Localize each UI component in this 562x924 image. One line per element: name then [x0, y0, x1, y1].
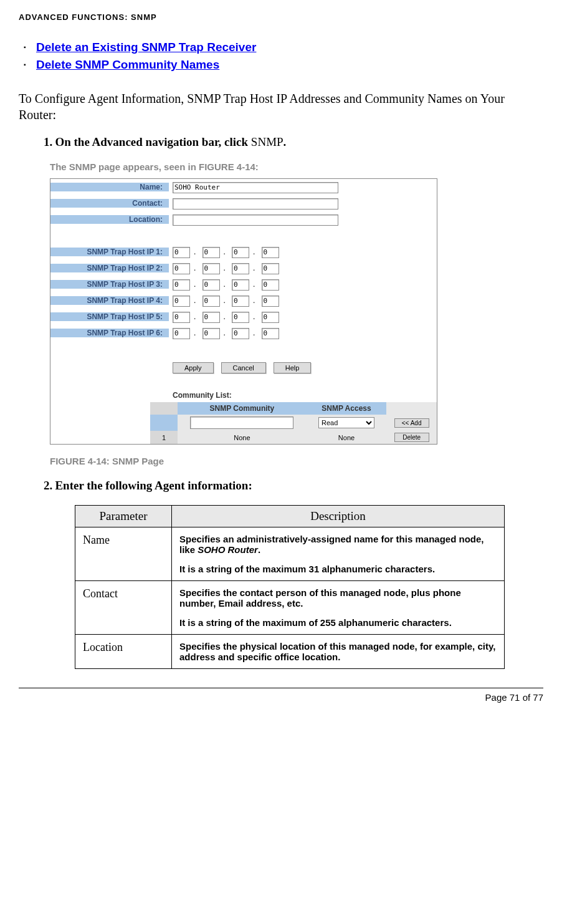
param-name-desc: Specifies an administratively-assigned n… [172, 527, 505, 581]
apply-button[interactable]: Apply [173, 362, 214, 373]
step-1: 1. On the Advanced navigation bar, click… [44, 135, 543, 149]
th-description: Description [172, 506, 505, 527]
input-contact[interactable] [173, 198, 338, 209]
ip6-c[interactable] [232, 328, 249, 339]
ip3-a[interactable] [173, 279, 190, 291]
label-ip3: SNMP Trap Host IP 3: [50, 280, 169, 289]
snmp-figure: Name: Contact: Location: SNMP Trap Host … [50, 178, 437, 445]
row-comm: None [178, 431, 307, 444]
param-contact-desc: Specifies the contact person of this man… [172, 581, 505, 635]
ip5-d[interactable] [262, 312, 279, 323]
th-community: SNMP Community [178, 402, 307, 415]
ip6-b[interactable] [202, 328, 220, 339]
ip1-c[interactable] [232, 247, 249, 258]
fig-intro-pre: The SNMP page appears, seen in [50, 161, 199, 172]
step-2: 2. Enter the following Agent information… [44, 479, 543, 493]
label-ip2: SNMP Trap Host IP 2: [50, 264, 169, 272]
label-contact: Contact: [50, 199, 169, 208]
ip4-d[interactable] [262, 296, 279, 307]
step-2-num: 2. [44, 479, 52, 492]
figure-caption: FIGURE 4-14: SNMP Page [50, 456, 543, 466]
page-footer: Page 71 of 77 [19, 688, 543, 703]
ip4-a[interactable] [173, 296, 190, 307]
community-list-label: Community List: [50, 391, 437, 402]
figure-intro: The SNMP page appears, seen in FIGURE 4-… [50, 161, 543, 172]
step-1-text: On the Advanced navigation bar, click [55, 135, 250, 148]
ip5-a[interactable] [173, 312, 190, 323]
cancel-button[interactable]: Cancel [221, 362, 266, 373]
label-ip5: SNMP Trap Host IP 5: [50, 312, 169, 321]
ip1-b[interactable] [202, 247, 220, 258]
ip4-b[interactable] [202, 296, 220, 307]
label-ip4: SNMP Trap Host IP 4: [50, 296, 169, 305]
th-access: SNMP Access [307, 402, 387, 415]
step-1-num: 1. [44, 135, 52, 148]
label-name: Name: [50, 183, 169, 191]
ip5-c[interactable] [232, 312, 249, 323]
label-location: Location: [50, 215, 169, 224]
ip2-c[interactable] [232, 263, 249, 274]
input-location[interactable] [173, 214, 338, 226]
row-acc: None [307, 431, 387, 444]
th-blank [150, 402, 178, 415]
step-1-snmp: SNMP [251, 135, 283, 148]
ip5-b[interactable] [202, 312, 220, 323]
label-ip6: SNMP Trap Host IP 6: [50, 329, 169, 337]
param-contact: Contact [75, 581, 172, 635]
help-button[interactable]: Help [274, 362, 312, 373]
ip4-c[interactable] [232, 296, 249, 307]
ip3-c[interactable] [232, 279, 249, 291]
ip2-b[interactable] [202, 263, 220, 274]
th-parameter: Parameter [75, 506, 172, 527]
link-delete-trap[interactable]: Delete an Existing SNMP Trap Receiver [36, 41, 256, 54]
link-delete-community[interactable]: Delete SNMP Community Names [36, 58, 219, 71]
ip6-a[interactable] [173, 328, 190, 339]
param-location: Location [75, 635, 172, 669]
param-location-desc: Specifies the physical location of this … [172, 635, 505, 669]
intro-text: To Configure Agent Information, SNMP Tra… [19, 90, 543, 123]
row-num: 1 [150, 431, 178, 444]
step-2-text: Enter the following Agent information: [55, 479, 252, 492]
parameter-table: Parameter Description Name Specifies an … [75, 505, 505, 669]
fig-intro-ref: FIGURE 4-14 [199, 161, 255, 172]
page-header: ADVANCED FUNCTIONS: SNMP [19, 12, 543, 22]
step-1-end: . [283, 135, 287, 148]
ip2-d[interactable] [262, 263, 279, 274]
link-list: Delete an Existing SNMP Trap Receiver De… [19, 41, 543, 72]
ip1-d[interactable] [262, 247, 279, 258]
ip6-d[interactable] [262, 328, 279, 339]
community-input[interactable] [190, 416, 293, 429]
fig-intro-post: : [255, 161, 259, 172]
ip2-a[interactable] [173, 263, 190, 274]
ip3-d[interactable] [262, 279, 279, 291]
ip3-b[interactable] [202, 279, 220, 291]
delete-button[interactable]: Delete [394, 433, 429, 442]
community-table: SNMP Community SNMP Access Read << Add 1… [150, 402, 437, 444]
label-ip1: SNMP Trap Host IP 1: [50, 248, 169, 256]
access-select[interactable]: Read [318, 417, 374, 428]
input-name[interactable] [173, 182, 338, 193]
param-name: Name [75, 527, 172, 581]
ip1-a[interactable] [173, 247, 190, 258]
add-button[interactable]: << Add [394, 418, 429, 428]
